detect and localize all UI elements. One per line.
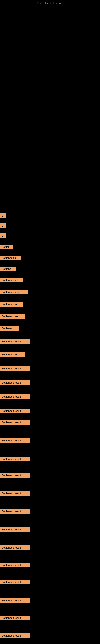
result-label-20: Bottleneck result	[0, 457, 30, 462]
result-label-1: B	[0, 213, 6, 219]
result-label-13: Bottleneck res	[0, 352, 25, 358]
result-label-3: B	[0, 234, 6, 239]
result-label-17: Bottleneck result	[0, 408, 30, 414]
top-black-area	[0, 0, 100, 201]
cursor-bar	[1, 203, 2, 209]
result-label-30: Bottleneck result	[0, 633, 30, 639]
result-label-28: Bottleneck result	[0, 598, 30, 604]
result-label-26: Bottleneck result	[0, 563, 30, 568]
result-label-11: Bottleneck	[0, 326, 19, 332]
result-label-9: Bottleneck ra	[0, 302, 23, 307]
result-label-24: Bottleneck result	[0, 527, 30, 533]
result-label-21: Bottleneck result	[0, 473, 30, 478]
result-label-16: Bottleneck result	[0, 394, 30, 400]
result-label-8: Bottleneck resul	[0, 290, 28, 295]
site-title: TheBottlenecker.com	[0, 2, 100, 5]
result-label-14: Bottleneck result	[0, 366, 30, 372]
result-label-4: Bottler	[0, 244, 13, 250]
result-label-15: Bottleneck result	[0, 380, 30, 386]
result-label-6: Bottlene	[0, 267, 16, 272]
result-label-29: Bottleneck result	[0, 616, 30, 621]
result-label-10: Bottleneck res	[0, 314, 25, 320]
result-label-2: E	[0, 224, 6, 229]
result-label-18: Bottleneck result	[0, 420, 30, 426]
result-label-19: Bottleneck result	[0, 438, 30, 444]
result-label-23: Bottleneck result	[0, 509, 30, 514]
result-label-12: Bottleneck result	[0, 339, 30, 344]
result-label-5: Bottleneck d	[0, 256, 21, 261]
result-label-27: Bottleneck result	[0, 580, 30, 585]
result-label-7: Bottleneck re	[0, 278, 23, 283]
result-label-25: Bottleneck result	[0, 546, 30, 551]
result-label-22: Bottleneck result	[0, 491, 30, 496]
